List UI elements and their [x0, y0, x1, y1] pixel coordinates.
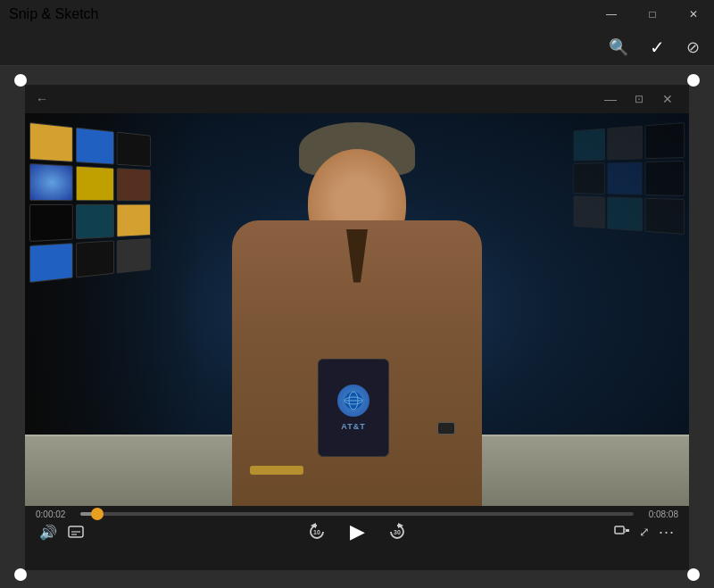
monitor-cell	[117, 203, 151, 236]
controls-row: 🔊	[36, 523, 678, 542]
inner-titlebar: ← — ⊡ ✕	[25, 85, 689, 113]
svg-rect-10	[626, 529, 629, 532]
titlebar: Snip & Sketch — □ ✕	[0, 0, 714, 29]
monitor-cell	[607, 161, 643, 195]
monitor-cell	[29, 243, 73, 283]
toolbar: 🔍 ✓ ⊘	[0, 29, 714, 66]
captions-icon[interactable]	[68, 526, 84, 538]
main-area: ← — ⊡ ✕	[0, 66, 714, 588]
handle-top-left[interactable]	[14, 74, 27, 87]
table-object	[250, 466, 303, 475]
monitor-cell	[607, 125, 643, 160]
more-options-icon[interactable]: ···	[659, 523, 675, 542]
app-title: Snip & Sketch	[9, 6, 99, 22]
monitor-cell	[117, 168, 151, 201]
skip-back-button[interactable]: 10	[307, 522, 327, 542]
skip-back-label: 10	[313, 529, 320, 535]
controls-right: ⤢ ···	[614, 523, 675, 542]
monitor-cell	[76, 240, 114, 277]
monitor-cell	[76, 165, 114, 200]
monitor-cell	[574, 162, 606, 195]
att-globe-icon	[343, 390, 364, 411]
controls-bar: 0:00:02 0:08:08 🔊	[25, 506, 689, 570]
close-button[interactable]: ✕	[673, 0, 714, 29]
controls-center: 10 ▶ 30	[307, 519, 407, 544]
volume-icon[interactable]: 🔊	[39, 524, 57, 541]
maximize-button[interactable]: □	[632, 0, 673, 29]
monitor-cell	[76, 203, 114, 238]
total-time: 0:08:08	[641, 509, 678, 519]
check-icon[interactable]: ✓	[646, 33, 668, 62]
monitor-cell	[574, 128, 606, 161]
inner-maximize-button[interactable]: ⊡	[625, 87, 653, 112]
fullscreen-icon[interactable]	[614, 526, 630, 538]
svg-rect-9	[615, 526, 624, 534]
progress-thumb[interactable]	[91, 508, 104, 520]
monitor-cell	[574, 195, 606, 228]
monitor-cell	[29, 163, 73, 201]
play-button[interactable]: ▶	[345, 519, 369, 544]
monitor-cell	[645, 197, 685, 234]
handle-bottom-left[interactable]	[14, 568, 27, 581]
skip-forward-label: 30	[394, 529, 401, 535]
titlebar-left: Snip & Sketch	[9, 6, 99, 22]
screenshot-window: ← — ⊡ ✕	[25, 85, 689, 570]
zoom-icon[interactable]: 🔍	[605, 34, 632, 61]
current-time: 0:00:02	[36, 509, 73, 519]
progress-area: 0:00:02 0:08:08	[36, 509, 678, 519]
controls-left: 🔊	[39, 524, 84, 541]
monitor-cell	[645, 122, 685, 159]
monitor-cell	[117, 131, 151, 166]
inner-close-button[interactable]: ✕	[653, 87, 682, 112]
monitor-cell	[29, 203, 73, 241]
titlebar-buttons: — □ ✕	[591, 0, 714, 29]
phone-box: AT&T	[318, 359, 389, 457]
handle-top-right[interactable]	[687, 74, 700, 87]
att-logo	[337, 385, 369, 417]
att-brand-text: AT&T	[341, 422, 365, 431]
inner-minimize-button[interactable]: —	[596, 87, 625, 112]
minimize-button[interactable]: —	[591, 0, 632, 29]
cancel-icon[interactable]: ⊘	[683, 34, 703, 61]
monitor-cell	[117, 238, 151, 273]
expand-icon[interactable]: ⤢	[639, 525, 650, 539]
video-area: AT&T	[25, 113, 689, 506]
monitor-cell	[76, 127, 114, 164]
snip-container: ← — ⊡ ✕	[18, 78, 696, 577]
skip-forward-button[interactable]: 30	[387, 522, 407, 542]
monitor-cell	[607, 196, 643, 231]
monitor-cell	[29, 122, 73, 162]
inner-titlebar-right: — ⊡ ✕	[596, 87, 682, 112]
progress-track[interactable]	[80, 512, 634, 516]
handle-bottom-right[interactable]	[687, 568, 700, 581]
back-icon[interactable]: ←	[36, 92, 48, 106]
video-scene: AT&T	[25, 113, 689, 506]
monitor-cell	[645, 161, 685, 196]
